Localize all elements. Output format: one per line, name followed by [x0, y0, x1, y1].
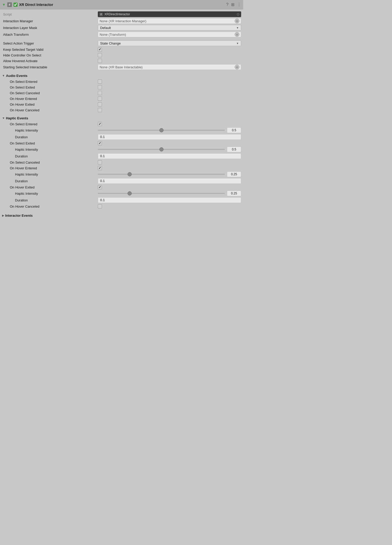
duration-1-value: 0.1	[98, 134, 241, 140]
haptic-intensity-2-slider-container: 0.5	[98, 147, 241, 152]
haptic-on-select-entered-row: On Select Entered	[0, 121, 243, 127]
haptic-intensity-3-track[interactable]	[98, 174, 225, 175]
audio-on-select-exited-value	[98, 85, 241, 89]
audio-on-select-canceled-checkbox[interactable]	[98, 91, 102, 95]
interaction-layer-mask-label: Interaction Layer Mask	[2, 26, 98, 30]
haptic-events-section-header[interactable]: ▼ Haptic Events	[0, 115, 243, 121]
script-field[interactable]: # XRDirectInteractor ⊙	[98, 11, 241, 17]
haptic-on-hover-canceled-label: On Hover Canceled	[2, 205, 98, 208]
duration-3-input[interactable]: 0.1	[98, 178, 241, 184]
component-enabled-checkbox[interactable]	[13, 3, 18, 7]
collapse-arrow[interactable]: ▼	[2, 3, 6, 7]
duration-2-input[interactable]: 0.1	[98, 153, 241, 159]
haptic-intensity-3-thumb[interactable]	[128, 172, 132, 176]
audio-on-select-entered-label: On Select Entered	[2, 80, 98, 84]
allow-hovered-activate-value	[98, 59, 241, 63]
duration-4-input[interactable]: 0.1	[98, 197, 241, 203]
hide-controller-on-select-value	[98, 53, 241, 57]
haptic-intensity-2-row: Haptic Intensity 0.5	[0, 146, 243, 153]
haptic-on-select-canceled-checkbox[interactable]	[98, 160, 102, 164]
haptic-on-hover-canceled-row: On Hover Canceled	[0, 204, 243, 209]
interaction-layer-mask-dropdown[interactable]: Default ▼	[98, 25, 241, 31]
haptic-intensity-4-row: Haptic Intensity 0.25	[0, 190, 243, 197]
audio-on-select-canceled-row: On Select Canceled	[0, 90, 243, 96]
haptic-intensity-2-thumb[interactable]	[159, 147, 164, 151]
audio-on-hover-entered-checkbox[interactable]	[98, 97, 102, 101]
haptic-on-select-entered-value	[98, 122, 241, 126]
duration-2-label: Duration	[2, 154, 98, 158]
haptic-intensity-4-thumb[interactable]	[128, 191, 132, 195]
keep-selected-target-valid-label: Keep Selected Target Valid	[2, 48, 98, 52]
haptic-on-select-canceled-label: On Select Canceled	[2, 161, 98, 164]
audio-on-select-exited-checkbox[interactable]	[98, 85, 102, 89]
haptic-intensity-1-track[interactable]	[98, 130, 225, 131]
haptic-intensity-3-fill	[98, 174, 130, 175]
interactor-events-section-header[interactable]: ▶ Interactor Events	[0, 212, 243, 219]
duration-3-value: 0.1	[98, 178, 241, 184]
audio-on-hover-canceled-value	[98, 108, 241, 112]
haptic-intensity-4-fill	[98, 193, 130, 194]
haptic-intensity-1-label: Haptic Intensity	[2, 128, 98, 132]
haptic-on-hover-entered-row: On Hover Entered	[0, 165, 243, 171]
haptic-intensity-2-track[interactable]	[98, 149, 225, 150]
haptic-on-hover-entered-value	[98, 166, 241, 170]
audio-events-section-header[interactable]: ▼ Audio Events	[0, 72, 243, 79]
starting-selected-interactable-text: None (XR Base Interactable)	[100, 65, 143, 69]
select-action-trigger-text: State Change	[100, 41, 121, 45]
select-action-trigger-row: Select Action Trigger State Change ▼	[0, 40, 243, 47]
audio-on-hover-exited-row: On Hover Exited	[0, 101, 243, 107]
keep-selected-target-valid-checkbox[interactable]	[98, 47, 102, 52]
haptic-events-collapse-icon: ▼	[2, 117, 5, 120]
interaction-manager-field[interactable]: None (XR Interaction Manager) ⊙	[98, 18, 241, 24]
haptic-on-hover-exited-row: On Hover Exited	[0, 184, 243, 190]
haptic-intensity-2-fill	[98, 149, 161, 150]
hide-controller-on-select-checkbox[interactable]	[98, 53, 102, 57]
haptic-intensity-1-slider-container: 0.5	[98, 127, 241, 133]
haptic-intensity-2-display: 0.5	[227, 147, 241, 152]
duration-3-row: Duration 0.1	[0, 178, 243, 184]
audio-on-hover-exited-label: On Hover Exited	[2, 103, 98, 106]
select-action-trigger-dropdown[interactable]: State Change ▼	[98, 40, 241, 46]
haptic-intensity-4-slider-container: 0.25	[98, 191, 241, 196]
haptic-on-select-exited-row: On Select Exited	[0, 140, 243, 146]
attach-transform-target-btn[interactable]: ⊙	[235, 32, 239, 37]
starting-selected-interactable-target-btn[interactable]: ⊙	[235, 65, 239, 69]
interaction-manager-target-btn[interactable]: ⊙	[235, 19, 239, 23]
script-label: Script	[2, 12, 98, 16]
audio-on-hover-canceled-row: On Hover Canceled	[0, 107, 243, 113]
duration-2-row: Duration 0.1	[0, 153, 243, 159]
audio-on-select-entered-value	[98, 79, 241, 84]
haptic-on-select-entered-checkbox[interactable]	[98, 122, 102, 126]
settings-sliders-icon[interactable]: ⊞	[231, 2, 234, 7]
duration-1-label: Duration	[2, 135, 98, 139]
audio-on-select-entered-checkbox[interactable]	[98, 79, 102, 84]
attach-transform-field[interactable]: None (Transform) ⊙	[98, 32, 241, 37]
haptic-on-select-exited-value	[98, 141, 241, 145]
haptic-events-title: Haptic Events	[6, 116, 28, 120]
allow-hovered-activate-row: Allow Hovered Activate	[0, 58, 243, 64]
haptic-on-hover-exited-checkbox[interactable]	[98, 185, 102, 189]
allow-hovered-activate-checkbox[interactable]	[98, 59, 102, 63]
interaction-manager-row: Interaction Manager None (XR Interaction…	[0, 18, 243, 24]
audio-on-hover-exited-checkbox[interactable]	[98, 102, 102, 106]
keep-selected-target-valid-row: Keep Selected Target Valid	[0, 47, 243, 52]
haptic-intensity-3-value: 0.25	[98, 171, 241, 177]
haptic-on-select-exited-checkbox[interactable]	[98, 141, 102, 145]
haptic-intensity-4-track[interactable]	[98, 193, 225, 194]
haptic-intensity-1-thumb[interactable]	[159, 128, 164, 132]
component-title: XR Direct Interactor	[19, 3, 225, 7]
more-options-icon[interactable]: ⋮	[237, 2, 241, 7]
help-icon[interactable]: ?	[226, 2, 228, 7]
component-header: ▼ # XR Direct Interactor ? ⊞ ⋮	[0, 0, 243, 9]
duration-1-input[interactable]: 0.1	[98, 134, 241, 140]
haptic-on-hover-entered-checkbox[interactable]	[98, 166, 102, 170]
haptic-on-hover-canceled-checkbox[interactable]	[98, 204, 102, 208]
script-target-icon[interactable]: ⊙	[236, 12, 240, 16]
starting-selected-interactable-value: None (XR Base Interactable) ⊙	[98, 64, 241, 70]
audio-on-hover-canceled-checkbox[interactable]	[98, 108, 102, 112]
duration-4-value: 0.1	[98, 197, 241, 203]
haptic-intensity-1-value: 0.5	[98, 127, 241, 133]
haptic-intensity-1-fill	[98, 130, 161, 131]
starting-selected-interactable-row: Starting Selected Interactable None (XR …	[0, 64, 243, 70]
starting-selected-interactable-field[interactable]: None (XR Base Interactable) ⊙	[98, 64, 241, 70]
